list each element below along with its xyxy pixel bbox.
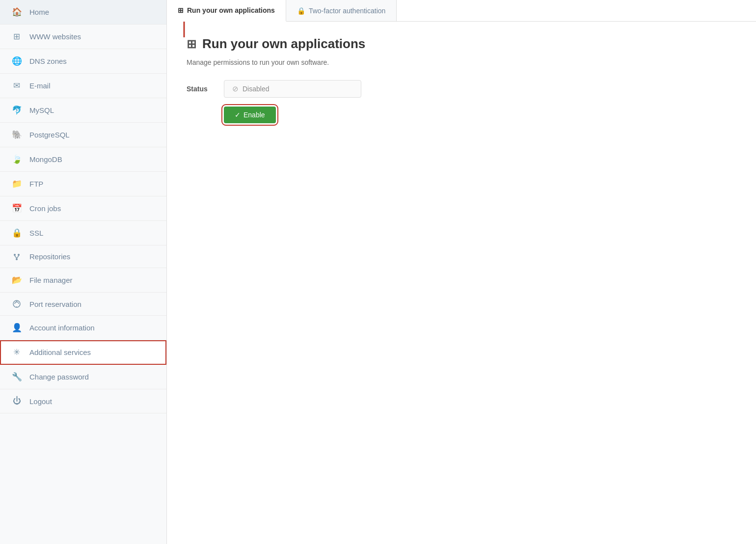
mongodb-icon: 🍃 bbox=[10, 154, 24, 164]
sidebar-item-change-password[interactable]: 🔧 Change password bbox=[0, 365, 166, 389]
page-description: Manage permissions to run your own softw… bbox=[187, 58, 736, 66]
logout-icon: ⏻ bbox=[10, 396, 24, 406]
svg-line-3 bbox=[15, 256, 17, 258]
sidebar-item-label: MongoDB bbox=[29, 155, 62, 163]
sidebar-item-account-information[interactable]: 👤 Account information bbox=[0, 316, 166, 340]
sidebar-item-additional-services[interactable]: ✳ Additional services bbox=[0, 340, 166, 365]
sidebar-item-mongodb[interactable]: 🍃 MongoDB bbox=[0, 147, 166, 172]
ban-icon: ⊘ bbox=[232, 84, 239, 93]
change-password-icon: 🔧 bbox=[10, 372, 24, 382]
main-content: ⊞ Run your own applications 🔒 Two-factor… bbox=[167, 0, 756, 544]
sidebar-item-label: Cron jobs bbox=[29, 204, 61, 213]
email-icon: ✉ bbox=[10, 81, 24, 91]
sidebar-item-repositories[interactable]: Repositories bbox=[0, 245, 166, 268]
status-value: Disabled bbox=[243, 85, 269, 93]
sidebar-item-logout[interactable]: ⏻ Logout bbox=[0, 389, 166, 413]
sidebar-item-label: WWW websites bbox=[29, 32, 81, 41]
postgresql-icon: 🐘 bbox=[10, 130, 24, 140]
tab-two-factor[interactable]: 🔒 Two-factor authentication bbox=[286, 0, 397, 21]
tab-grid-icon: ⊞ bbox=[178, 6, 184, 14]
page-title-icon: ⊞ bbox=[187, 37, 196, 51]
grid-icon: ⊞ bbox=[10, 31, 24, 42]
content-area: ⊞ Run your own applications Manage permi… bbox=[167, 22, 756, 544]
tab-bar: ⊞ Run your own applications 🔒 Two-factor… bbox=[167, 0, 756, 22]
account-icon: 👤 bbox=[10, 323, 24, 333]
sidebar-item-label: DNS zones bbox=[29, 57, 67, 65]
repositories-icon bbox=[10, 253, 24, 261]
sidebar-item-label: E-mail bbox=[29, 82, 51, 90]
sidebar-item-label: Home bbox=[29, 8, 49, 16]
sidebar-item-label: Account information bbox=[29, 324, 95, 332]
svg-point-2 bbox=[16, 258, 18, 260]
sidebar-item-file-manager[interactable]: 📂 File manager bbox=[0, 268, 166, 293]
sidebar-item-ftp[interactable]: 📁 FTP bbox=[0, 172, 166, 196]
sidebar-item-port-reservation[interactable]: Port reservation bbox=[0, 293, 166, 316]
svg-point-0 bbox=[14, 254, 16, 256]
sidebar: 🏠 Home ⊞ WWW websites 🌐 DNS zones ✉ E-ma… bbox=[0, 0, 167, 544]
status-label: Status bbox=[187, 85, 216, 93]
home-icon: 🏠 bbox=[10, 7, 24, 17]
ssl-icon: 🔒 bbox=[10, 228, 24, 238]
mysql-icon: 🐬 bbox=[10, 105, 24, 115]
file-manager-icon: 📂 bbox=[10, 275, 24, 285]
sidebar-item-label: MySQL bbox=[29, 106, 54, 114]
sidebar-item-label: SSL bbox=[29, 229, 43, 237]
page-title: ⊞ Run your own applications bbox=[187, 36, 736, 52]
sidebar-item-label: PostgreSQL bbox=[29, 131, 70, 139]
tab-run-own-apps[interactable]: ⊞ Run your own applications bbox=[167, 0, 286, 22]
tab-label: Run your own applications bbox=[187, 6, 275, 14]
checkmark-icon: ✓ bbox=[235, 111, 241, 119]
sidebar-item-mysql[interactable]: 🐬 MySQL bbox=[0, 98, 166, 123]
svg-point-1 bbox=[18, 254, 20, 256]
sidebar-item-label: FTP bbox=[29, 180, 43, 188]
sidebar-item-label: Additional services bbox=[29, 348, 91, 356]
status-row: Status ⊘ Disabled bbox=[187, 80, 736, 98]
cron-icon: 📅 bbox=[10, 203, 24, 214]
globe-icon: 🌐 bbox=[10, 56, 24, 66]
enable-button-wrapper: ✓ Enable bbox=[224, 107, 276, 123]
tab-lock-icon: 🔒 bbox=[297, 7, 305, 15]
sidebar-item-label: Port reservation bbox=[29, 300, 81, 308]
tab-label: Two-factor authentication bbox=[309, 7, 385, 15]
sidebar-item-cron-jobs[interactable]: 📅 Cron jobs bbox=[0, 196, 166, 221]
sidebar-item-postgresql[interactable]: 🐘 PostgreSQL bbox=[0, 123, 166, 147]
enable-button[interactable]: ✓ Enable bbox=[224, 107, 276, 123]
status-badge: ⊘ Disabled bbox=[224, 80, 361, 98]
sidebar-item-www-websites[interactable]: ⊞ WWW websites bbox=[0, 25, 166, 49]
sidebar-item-label: Repositories bbox=[29, 252, 70, 261]
sidebar-item-label: Change password bbox=[29, 373, 89, 381]
sidebar-item-email[interactable]: ✉ E-mail bbox=[0, 74, 166, 98]
sidebar-item-label: File manager bbox=[29, 276, 73, 284]
svg-line-4 bbox=[17, 256, 19, 258]
sidebar-item-dns-zones[interactable]: 🌐 DNS zones bbox=[0, 49, 166, 74]
additional-services-icon: ✳ bbox=[10, 347, 24, 357]
sidebar-item-ssl[interactable]: 🔒 SSL bbox=[0, 221, 166, 245]
sidebar-item-home[interactable]: 🏠 Home bbox=[0, 0, 166, 25]
sidebar-item-label: Logout bbox=[29, 397, 52, 406]
ftp-icon: 📁 bbox=[10, 179, 24, 189]
port-icon bbox=[10, 299, 24, 308]
